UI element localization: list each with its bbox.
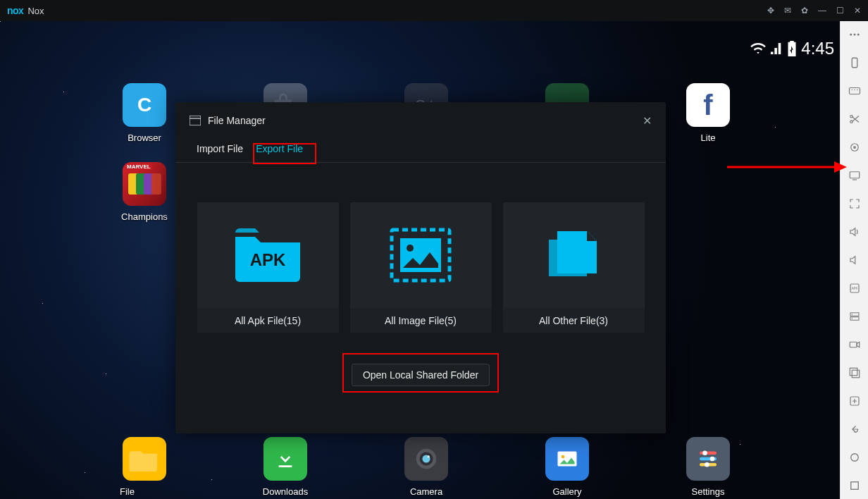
svg-point-10 xyxy=(702,450,707,455)
app-settings[interactable]: Settings xyxy=(683,437,733,499)
category-other-label: All Other File(3) xyxy=(503,308,645,333)
svg-point-11 xyxy=(710,457,715,462)
signal-icon xyxy=(770,42,783,55)
main-area: 4:45 C Browser G✦ xyxy=(0,21,868,499)
category-apk-label: All Apk File(15) xyxy=(197,308,339,333)
svg-rect-41 xyxy=(852,370,860,378)
dialog-tabs: Import File Export File xyxy=(175,139,666,163)
app-logo: nox xyxy=(7,5,23,16)
annotation-export-highlight xyxy=(253,143,316,164)
app-camera[interactable]: Camera xyxy=(402,437,451,499)
minimize-button[interactable]: — xyxy=(818,6,826,16)
android-statusbar: 4:45 xyxy=(750,39,834,58)
category-apk[interactable]: APK All Apk File(15) xyxy=(197,202,339,333)
svg-marker-46 xyxy=(834,161,847,173)
svg-rect-23 xyxy=(849,88,860,94)
svg-point-38 xyxy=(851,318,852,319)
nox-side-toolbar: APK xyxy=(840,21,868,499)
volume-down-icon[interactable] xyxy=(847,252,862,268)
svg-text:APK: APK xyxy=(250,250,286,269)
location-icon[interactable] xyxy=(847,140,862,155)
dialog-icon xyxy=(190,116,201,125)
battery-icon xyxy=(787,41,797,56)
apk-folder-icon: APK xyxy=(232,227,303,283)
apk-install-icon[interactable]: APK xyxy=(847,281,862,296)
back-icon[interactable] xyxy=(847,421,862,437)
svg-point-26 xyxy=(857,90,858,91)
svg-rect-7 xyxy=(700,452,717,455)
app-browser[interactable]: C Browser xyxy=(120,83,169,143)
svg-rect-13 xyxy=(190,116,201,125)
svg-point-37 xyxy=(851,314,852,315)
svg-point-12 xyxy=(705,462,709,467)
svg-point-19 xyxy=(850,34,852,36)
emulator-screen: 4:45 C Browser G✦ xyxy=(0,21,840,499)
svg-point-18 xyxy=(407,245,414,252)
app-downloads[interactable]: Downloads xyxy=(261,437,310,499)
app-file-manager[interactable]: File Manager xyxy=(120,437,169,499)
close-button[interactable]: ✕ xyxy=(854,6,861,16)
dialog-header: File Manager ✕ xyxy=(175,102,666,139)
window-controls: ✥ ✉ ✿ — ☐ ✕ xyxy=(767,6,861,16)
category-image-label: All Image File(5) xyxy=(350,308,492,333)
home-row-2: MARVEL Champions xyxy=(120,162,169,222)
shake-icon[interactable] xyxy=(847,55,862,70)
app-gallery[interactable]: Gallery xyxy=(542,437,592,499)
svg-rect-22 xyxy=(852,58,857,68)
dialog-title: File Manager xyxy=(208,115,266,126)
dialog-close-button[interactable]: ✕ xyxy=(643,114,652,128)
svg-point-30 xyxy=(853,146,856,149)
other-files-icon xyxy=(542,227,605,283)
app-title: Nox xyxy=(27,6,44,16)
clock-text: 4:45 xyxy=(801,39,834,58)
more-icon[interactable] xyxy=(847,27,862,42)
volume-up-icon[interactable] xyxy=(847,224,862,240)
wifi-icon xyxy=(750,42,766,55)
multi-drive-icon[interactable] xyxy=(847,309,862,324)
fullscreen-icon[interactable] xyxy=(847,196,862,211)
recent-icon[interactable] xyxy=(847,478,862,493)
pin-icon[interactable]: ✥ xyxy=(767,6,774,16)
svg-rect-40 xyxy=(850,368,857,376)
app-champions[interactable]: MARVEL Champions xyxy=(120,162,169,222)
image-icon xyxy=(389,227,452,283)
category-other[interactable]: All Other File(3) xyxy=(503,202,645,333)
my-computer-icon[interactable] xyxy=(847,168,862,183)
multi-instance-icon[interactable] xyxy=(847,365,862,381)
svg-text:APK: APK xyxy=(851,287,857,290)
svg-point-6 xyxy=(562,455,565,459)
category-cards: APK All Apk File(15) All Image File(5) A… xyxy=(175,163,666,333)
svg-point-43 xyxy=(850,454,858,462)
window-titlebar: nox Nox ✥ ✉ ✿ — ☐ ✕ xyxy=(0,0,868,21)
keyboard-icon[interactable] xyxy=(847,83,862,99)
gear-icon[interactable]: ✿ xyxy=(801,6,808,16)
home-dock: File Manager Downloads Camera Gallery xyxy=(120,437,733,499)
record-icon[interactable] xyxy=(847,337,862,352)
add-icon[interactable] xyxy=(847,393,862,409)
scissors-icon[interactable] xyxy=(847,111,862,127)
svg-rect-39 xyxy=(850,342,857,347)
category-image[interactable]: All Image File(5) xyxy=(350,202,492,333)
mail-icon[interactable]: ✉ xyxy=(784,6,791,16)
home-icon[interactable] xyxy=(847,450,862,465)
annotation-open-highlight xyxy=(342,353,499,393)
svg-point-4 xyxy=(428,455,430,457)
annotation-arrow xyxy=(727,159,847,175)
svg-point-25 xyxy=(854,90,855,91)
maximize-button[interactable]: ☐ xyxy=(836,6,844,16)
svg-point-21 xyxy=(857,34,859,36)
svg-rect-44 xyxy=(850,482,858,490)
svg-rect-31 xyxy=(850,172,860,178)
tab-import-file[interactable]: Import File xyxy=(197,142,243,156)
app-facebook-lite[interactable]: f Lite xyxy=(683,83,733,143)
svg-point-24 xyxy=(851,90,852,91)
svg-point-20 xyxy=(853,34,855,36)
